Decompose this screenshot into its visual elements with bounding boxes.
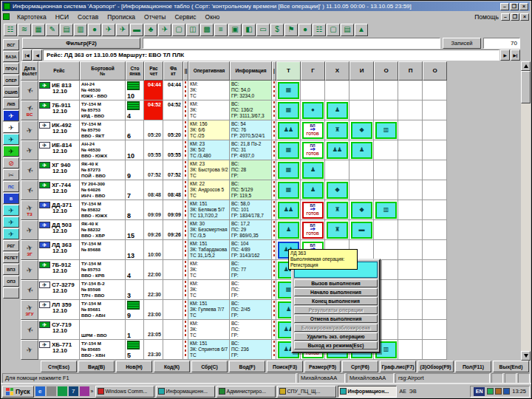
fkey-button-1[interactable]: Вид(В) — [78, 361, 115, 372]
column-header-0[interactable]: Дата вылет — [21, 61, 38, 81]
op-person-tile[interactable]: ♟ — [351, 142, 372, 159]
child-minimize-button[interactable]: – — [501, 13, 510, 21]
menu-item-Картотека[interactable]: Картотека — [13, 13, 51, 21]
op-column-header-4[interactable]: О — [374, 61, 398, 81]
prev-record-button[interactable]: ◀ — [33, 50, 42, 61]
scroll-down-button[interactable] — [521, 351, 531, 361]
truck-icon[interactable]: ▬ — [130, 24, 143, 36]
table-row[interactable]: ✈✈ИЕ-81412.10АН-24 № 46530 ВВО - ЮЖХ1005… — [21, 140, 522, 160]
op-hands-tile[interactable]: ◆ — [327, 182, 348, 199]
minimize-button[interactable]: – — [500, 3, 509, 10]
plug-icon[interactable]: ≡ — [214, 24, 228, 36]
btn-ps[interactable]: ПС — [3, 181, 19, 192]
split-icon[interactable]: ◫ — [186, 24, 200, 36]
btn-reg[interactable]: РЕГ — [3, 240, 19, 251]
table-row[interactable]: ✈ТЗ✈ДД-37112.10ТУ-154 М № 85832 ВВО - ЮЖ… — [21, 200, 522, 220]
context-menu-item-0[interactable]: Вызов выполнения — [294, 279, 378, 287]
help-menu[interactable]: Помощь — [474, 13, 499, 21]
menu-item-Отчеты[interactable]: Отчеты — [140, 13, 170, 21]
btn-tools[interactable]: ✂ — [3, 169, 19, 180]
taskbar-toolbar-label-0[interactable]: АЕ — [400, 389, 406, 394]
table-row[interactable]: ✈✈ДД 50312.10ЯК-40 К № 88232 ВВО - ХБР15… — [21, 220, 522, 240]
op-person-tile[interactable]: ♟ — [327, 102, 348, 119]
btn-plane-blue[interactable]: ✈ — [3, 110, 19, 121]
table-row[interactable]: ✈✈ИЕ 81312.10АН-24 № 46530 ЮЖХ - ВВО1004… — [21, 81, 522, 100]
btn-ban[interactable]: ⊘ — [3, 157, 19, 168]
tray-icon-2[interactable] — [503, 388, 510, 395]
cards-icon[interactable]: ☷ — [4, 24, 17, 36]
tree-icon[interactable]: ♣ — [144, 24, 157, 36]
menu-item-Окно[interactable]: Окно — [201, 13, 225, 21]
context-menu-item-6[interactable]: Удалить экз. операцию — [294, 332, 378, 341]
column-header-6[interactable]: || — [183, 61, 188, 81]
task-button-0[interactable]: Windows Comm... — [95, 386, 154, 398]
fkey-button-10[interactable]: (З)Обзор(F9) — [417, 361, 454, 372]
btn-v[interactable]: В — [3, 193, 19, 204]
column-header-3[interactable]: Сто янка — [126, 61, 144, 81]
filter-button[interactable]: Фильтр(F2) — [22, 38, 140, 49]
printer-icon[interactable]: ▤ — [341, 24, 354, 36]
btn-plane-arr2[interactable]: ✈ — [3, 205, 19, 216]
btn-prof[interactable]: ПРОЧ — [3, 63, 19, 74]
btn-lkv[interactable]: ЛКВ — [3, 98, 19, 109]
menu-item-Сервис[interactable]: Сервис — [170, 13, 200, 21]
task-button-1[interactable]: Информационн... — [156, 386, 215, 398]
op-column-header-2[interactable]: Х — [325, 61, 349, 81]
btn-plane-cyan[interactable]: ✈ — [3, 134, 19, 145]
tray-icon-0[interactable] — [487, 388, 494, 395]
net-icon[interactable]: ☷ — [313, 24, 326, 36]
table-row[interactable]: ✈✈С7-327912.10ТУ-154 Б-2 № 85598 ТЛЧ - В… — [21, 280, 522, 300]
table-row[interactable]: ✈✈ХГ 94012.10ЯК-40 К № 87273 ПОЙ - ВВО90… — [21, 160, 522, 180]
op-watch-tile[interactable]: ● — [302, 102, 324, 119]
table-row[interactable]: ✈ЗГУ✈ЛЛ 35912.10ТУ-154 М № 85681 ВВО - А… — [21, 300, 522, 320]
btn-plane-del[interactable]: ✈ — [3, 228, 19, 239]
op-baggage-tile[interactable]: ▦ — [278, 162, 299, 179]
fkey-button-7[interactable]: Размер(F5) — [304, 361, 341, 372]
edit-icon[interactable]: ✎ — [46, 24, 59, 36]
btn-oper[interactable]: ОПЕР — [3, 75, 19, 86]
mail-icon[interactable] — [58, 386, 67, 396]
board-icon[interactable]: ▦ — [32, 24, 45, 36]
op-person-tile[interactable]: ♟ — [302, 162, 324, 179]
first-record-button[interactable]: |◀ — [22, 50, 32, 61]
close-button[interactable]: × — [519, 3, 528, 10]
btn-blank[interactable] — [3, 287, 19, 299]
last-record-button[interactable]: ▶| — [511, 50, 520, 61]
globe-icon[interactable]: ● — [88, 24, 101, 36]
btn-opz[interactable]: ОПЗ — [3, 276, 19, 287]
plane-x-icon[interactable]: ✈ — [158, 24, 171, 36]
context-menu-item-7[interactable]: Выход из режима(Esc) — [294, 341, 378, 349]
start-button[interactable]: Пуск — [2, 386, 34, 398]
op-fuel-tile[interactable]: ♜ — [327, 122, 348, 139]
op-person-tile[interactable]: ♟ — [302, 182, 324, 199]
btn-baza[interactable]: БАЗА — [3, 51, 19, 62]
op-ready-tile[interactable]: ВЛ≈✈ГОТОВ — [302, 222, 324, 239]
vertical-scrollbar[interactable] — [521, 61, 531, 361]
book-icon[interactable]: ▣ — [228, 24, 242, 36]
task-button-2[interactable]: Администриро... — [216, 386, 276, 398]
traffic-icon[interactable]: ≋ — [18, 24, 31, 36]
exit-icon[interactable]: ◧ — [242, 24, 256, 36]
op-hands-tile[interactable]: ◆ — [351, 122, 372, 139]
fkey-button-0[interactable]: Стн(Esc) — [41, 361, 77, 372]
fkey-button-12[interactable]: Вых(End) — [493, 361, 529, 372]
next-record-button[interactable]: ▶ — [500, 50, 510, 61]
filter-input[interactable] — [143, 38, 440, 49]
clock-icon[interactable]: ● — [299, 24, 312, 36]
child-restore-button[interactable]: ❒ — [511, 13, 519, 21]
op-column-header-3[interactable]: И — [349, 61, 374, 81]
op-ready-tile[interactable]: ВЛ≈✈ГОТОВ — [302, 122, 324, 139]
btn-plane-green[interactable]: ✈ — [3, 146, 19, 157]
keyboard-layout[interactable]: EN — [474, 387, 485, 396]
op-column-header-6[interactable]: О — [423, 61, 447, 81]
btn-vpz[interactable]: ВПЗ — [3, 264, 19, 275]
column-header-4[interactable]: Рас чет — [144, 61, 163, 81]
context-menu-item-2[interactable]: Конец выполнения — [294, 297, 378, 305]
op-fuel-tile[interactable]: ♜ — [327, 222, 348, 239]
scrollbar-thumb[interactable] — [521, 71, 531, 103]
op-column-header-1[interactable]: Г — [301, 61, 325, 81]
taskbar-toolbar-label-1[interactable]: ЭВ — [409, 389, 417, 394]
task-button-3[interactable]: СПУ_ПЦ_Щ... — [277, 386, 336, 398]
rows-icon[interactable]: ▥ — [74, 24, 87, 36]
child-close-button[interactable]: × — [520, 13, 529, 21]
